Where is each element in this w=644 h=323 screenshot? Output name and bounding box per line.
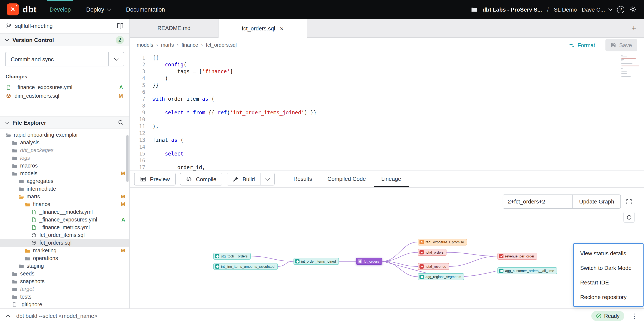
fullscreen-icon[interactable] [624,196,634,207]
file-explorer-title: File Explorer [12,119,46,126]
menu-item-switch-dark-mode[interactable]: Switch to Dark Mode [574,260,643,275]
tree-item-_finance_exposures.yml[interactable]: _finance_exposures.ymlA [0,216,130,224]
build-button[interactable]: Build [227,173,260,185]
tree-item-label: _finance_metrics.yml [40,224,90,230]
chevron-down-icon [107,6,111,11]
update-graph-button[interactable]: Update Graph [572,194,621,208]
tree-item-.gitignore[interactable]: .gitignore [0,301,130,308]
nav-deploy[interactable]: Deploy [86,0,110,19]
tree-item-staging[interactable]: staging [0,262,130,270]
tree-item-intermediate[interactable]: intermediate [0,185,130,193]
preview-button[interactable]: Preview [134,173,176,186]
settings-gear-icon[interactable] [630,6,636,13]
tree-item-label: marts [26,194,40,200]
lineage-node-total_orders[interactable]: total_orders [418,249,447,256]
menu-item-reclone-repository[interactable]: Reclone repository [574,290,643,304]
tree-item-marts[interactable]: martsM [0,193,130,200]
save-button[interactable]: Save [606,39,637,51]
format-button[interactable]: Format [569,42,595,48]
tree-item-rapid-onboarding-exemplar[interactable]: rapid-onboarding-exemplar [0,131,130,139]
git-branch-row[interactable]: sqlfluff-meeting [0,19,130,34]
editor-minimap[interactable] [621,55,640,77]
git-status-badge: M [121,170,125,176]
tree-item-macros[interactable]: macros [0,162,130,170]
environment-selector[interactable]: SL Demo - Dave C... [554,6,612,13]
breadcrumb[interactable]: models [137,42,153,48]
expand-command-bar-icon[interactable] [6,314,10,318]
breadcrumb[interactable]: finance [182,42,198,48]
menu-item-restart-ide[interactable]: Restart IDE [574,275,643,290]
lineage-node-label: real_exposure_i_promise [426,240,464,244]
tab-results[interactable]: Results [286,171,320,187]
lineage-node-int_line_items_amounts_calculated[interactable]: int_line_items_amounts_calculated [214,263,278,270]
lineage-node-real_exposure_i_promise[interactable]: real_exposure_i_promise [418,238,467,246]
tree-item-fct_order_items.sql[interactable]: fct_order_items.sql [0,231,130,239]
new-tab-button[interactable]: + [624,24,644,32]
lineage-node-revenue_per_order[interactable]: revenue_per_order [498,253,537,260]
nav-develop[interactable]: Develop [50,0,71,19]
reset-graph-icon[interactable] [624,212,634,223]
docs-book-icon[interactable] [117,23,124,29]
lineage-node-total_revenue[interactable]: total_revenue [418,263,449,270]
tab-readme[interactable]: README.md [130,19,218,37]
tree-item-snapshots[interactable]: snapshots [0,278,130,285]
tree-item-_finance__models.yml[interactable]: _finance__models.yml [0,208,130,216]
lineage-node-fct_orders[interactable]: fct_orders [356,258,382,265]
tab-compiled-code[interactable]: Compiled Code [320,171,374,187]
dbt-logo[interactable]: × dbt [0,0,50,19]
code-line: 1{{ [130,54,644,61]
tree-item-label: finance [33,201,50,207]
changed-file-row[interactable]: _finance_exposures.yml A [5,83,124,92]
search-icon[interactable] [118,120,124,126]
tree-item-label: _finance_exposures.yml [40,217,97,223]
tree-item-tests[interactable]: tests [0,293,130,301]
tab-fct-orders[interactable]: fct_orders.sql × [218,19,307,38]
compile-button[interactable]: Compile [180,173,222,186]
tree-item-logs[interactable]: logs [0,154,130,162]
tree-item-operations[interactable]: operations [0,254,130,262]
menu-item-view-status-details[interactable]: View status details [574,246,643,260]
tree-item-aggregates[interactable]: aggregates [0,177,130,185]
lineage-selector-input[interactable] [502,194,572,208]
folder-icon [12,163,18,168]
help-icon[interactable]: ? [617,6,624,13]
project-name[interactable]: dbt Labs - ProServ S... [482,6,542,13]
code-editor[interactable]: 1{{2 config(3 tags = ['finance']4 )5}}67… [130,52,644,170]
version-control-header[interactable]: Version Control 2 [0,34,130,46]
tree-item-label: fct_order_items.sql [40,232,84,238]
tree-item-finance[interactable]: financeM [0,200,130,208]
tree-item-_finance_metrics.yml[interactable]: _finance_metrics.yml [0,224,130,231]
project-folder-icon [471,6,477,13]
file-explorer-header[interactable]: File Explorer [0,116,130,129]
commit-options-caret[interactable] [108,52,124,66]
lineage-node-agg_regions_segments[interactable]: agg_regions_segments [418,273,464,280]
sidebar-scrollbar[interactable] [126,135,128,182]
breadcrumb[interactable]: marts [161,42,174,48]
model-node-icon [295,259,300,264]
breadcrumb[interactable]: fct_orders.sql [206,42,237,48]
sidebar: sqlfluff-meeting Version Control 2 Commi… [0,19,130,308]
tree-item-label: target [20,286,34,292]
tree-item-models[interactable]: modelsM [0,170,130,177]
lineage-node-label: revenue_per_order [505,254,534,258]
kebab-menu-icon[interactable]: ⋮ [631,313,638,319]
tree-item-seeds[interactable]: seeds [0,270,130,278]
tree-item-fct_orders.sql[interactable]: fct_orders.sql [0,239,130,247]
build-options-caret[interactable] [260,173,274,185]
tree-item-target[interactable]: target [0,285,130,293]
commit-and-sync-button[interactable]: Commit and sync [5,52,124,66]
model-file-icon [6,94,12,98]
tree-item-marketing[interactable]: marketingM [0,247,130,254]
dbt-command-input[interactable] [16,313,584,319]
tree-item-dbt_packages[interactable]: dbt_packages [0,146,130,154]
git-status-badge: A [122,217,125,223]
ide-context-menu: View status details Switch to Dark Mode … [573,243,644,307]
lineage-node-stg_tpch__orders[interactable]: stg_tpch__orders [214,253,251,260]
lineage-node-agg_customer_orders__all_time[interactable]: agg_customer_orders__all_time [498,267,557,274]
nav-documentation[interactable]: Documentation [126,0,165,19]
tree-item-analysis[interactable]: analysis [0,139,130,146]
lineage-node-int_order_items_joined[interactable]: int_order_items_joined [294,258,339,265]
tab-lineage[interactable]: Lineage [374,171,409,187]
changed-file-row[interactable]: dim_customers.sql M [5,92,124,100]
close-tab-icon[interactable]: × [280,25,284,32]
